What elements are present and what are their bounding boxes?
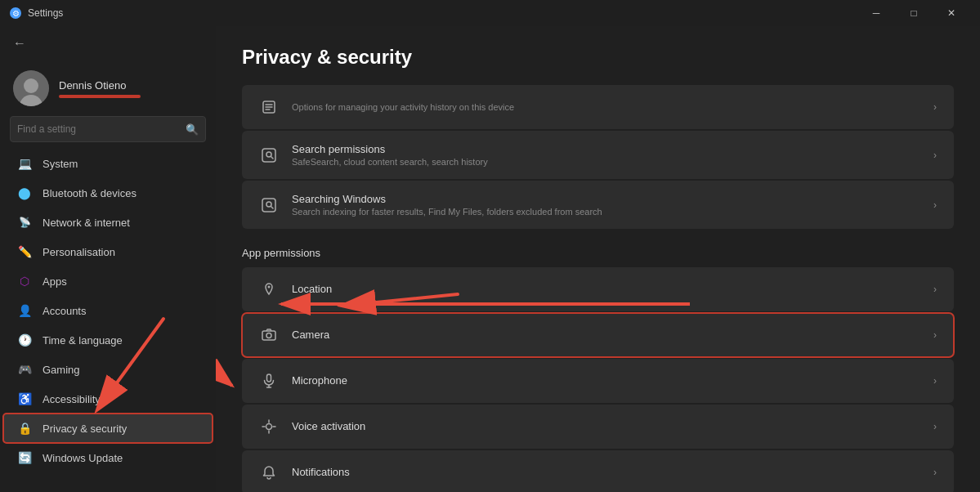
activity-content: Options for managing your activity histo… [292, 102, 920, 112]
nav-list: 💻 System ⬤ Bluetooth & devices 📡 Network… [0, 149, 216, 472]
profile-section: Dennis Otieno [0, 57, 216, 113]
microphone-icon [259, 371, 279, 391]
voice-activation-title: Voice activation [292, 420, 920, 432]
camera-arrow: › [933, 329, 937, 341]
search-box[interactable]: 🔍 [10, 116, 206, 142]
location-content: Location [292, 283, 920, 297]
accounts-icon: 👤 [16, 302, 33, 319]
close-button[interactable]: ✕ [933, 0, 970, 26]
sidebar-item-windows-update[interactable]: 🔄 Windows Update [3, 443, 213, 472]
personalisation-icon: ✏️ [16, 244, 33, 260]
camera-title: Camera [292, 329, 920, 341]
profile-info: Dennis Otieno [59, 79, 141, 98]
notifications-arrow: › [933, 467, 937, 478]
accessibility-icon: ♿ [16, 391, 33, 407]
personalisation-label: Personalisation [43, 246, 115, 258]
sidebar-item-accessibility[interactable]: ♿ Accessibility [3, 384, 213, 414]
settings-item-search-permissions[interactable]: Search permissions SafeSearch, cloud con… [242, 131, 954, 179]
searching-windows-arrow: › [933, 199, 937, 211]
camera-icon [259, 325, 279, 345]
search-permissions-content: Search permissions SafeSearch, cloud con… [292, 143, 920, 167]
apps-label: Apps [43, 275, 67, 288]
notifications-content: Notifications [292, 466, 920, 480]
search-input[interactable] [17, 123, 181, 135]
bluetooth-icon: ⬤ [16, 185, 33, 201]
accessibility-label: Accessibility [43, 393, 101, 405]
svg-rect-6 [262, 331, 275, 340]
title-bar-left: ⚙ Settings [10, 7, 63, 19]
window-controls: ─ □ ✕ [857, 0, 970, 26]
title-bar: ⚙ Settings ─ □ ✕ [0, 0, 980, 26]
system-icon: 💻 [16, 155, 33, 172]
back-button[interactable]: ← [10, 33, 29, 54]
minimize-button[interactable]: ─ [857, 0, 895, 26]
search-permissions-title: Search permissions [292, 143, 920, 155]
settings-item-microphone[interactable]: Microphone › [242, 359, 954, 403]
sidebar-item-system[interactable]: 💻 System [3, 149, 213, 178]
network-icon: 📡 [16, 214, 33, 230]
location-title: Location [292, 283, 920, 295]
sidebar-item-privacy[interactable]: 🔒 Privacy & security [3, 414, 213, 443]
settings-item-searching-windows[interactable]: Searching Windows Search indexing for fa… [242, 181, 954, 229]
search-container: 🔍 [0, 113, 216, 149]
settings-item-notifications[interactable]: Notifications › [242, 450, 954, 492]
voice-activation-icon [259, 417, 279, 436]
sidebar-item-gaming[interactable]: 🎮 Gaming [3, 355, 213, 384]
microphone-arrow: › [933, 375, 937, 387]
privacy-label: Privacy & security [43, 423, 127, 435]
activity-arrow: › [933, 101, 937, 113]
voice-activation-content: Voice activation [292, 420, 920, 434]
gaming-icon: 🎮 [16, 361, 33, 378]
settings-list: Options for managing your activity histo… [242, 85, 954, 492]
privacy-icon: 🔒 [16, 420, 33, 436]
activity-icon [259, 97, 279, 117]
microphone-title: Microphone [292, 374, 920, 387]
profile-name: Dennis Otieno [59, 79, 141, 92]
profile-bar [59, 95, 141, 98]
svg-rect-3 [262, 199, 275, 212]
searching-windows-desc: Search indexing for faster results, Find… [292, 207, 920, 217]
accounts-label: Accounts [43, 305, 86, 317]
sidebar-item-apps[interactable]: ⬡ Apps [3, 266, 213, 296]
activity-desc: Options for managing your activity histo… [292, 102, 920, 112]
sidebar-item-network[interactable]: 📡 Network & internet [3, 208, 213, 237]
location-icon [259, 280, 279, 299]
location-arrow: › [933, 284, 937, 295]
settings-item-location[interactable]: Location › [242, 267, 954, 311]
sidebar-item-accounts[interactable]: 👤 Accounts [3, 296, 213, 325]
page-title: Privacy & security [242, 46, 954, 69]
windows-update-icon: 🔄 [16, 450, 33, 466]
search-permissions-icon [259, 145, 279, 165]
app-permissions-label: App permissions [242, 247, 954, 259]
bluetooth-label: Bluetooth & devices [43, 187, 136, 199]
camera-content: Camera [292, 329, 920, 342]
settings-item-voice-activation[interactable]: Voice activation › [242, 405, 954, 449]
sidebar-item-bluetooth[interactable]: ⬤ Bluetooth & devices [3, 178, 213, 208]
sidebar-item-personalisation[interactable]: ✏️ Personalisation [3, 237, 213, 266]
svg-point-9 [266, 424, 272, 430]
windows-update-label: Windows Update [43, 452, 123, 464]
time-label: Time & language [43, 334, 123, 347]
notifications-title: Notifications [292, 466, 920, 478]
searching-windows-title: Searching Windows [292, 193, 920, 205]
searching-windows-content: Searching Windows Search indexing for fa… [292, 193, 920, 217]
settings-item-activity[interactable]: Options for managing your activity histo… [242, 85, 954, 129]
svg-rect-1 [262, 149, 275, 162]
settings-item-camera[interactable]: Camera › [242, 313, 954, 357]
svg-point-7 [266, 333, 271, 338]
main-content: Privacy & security Options for managing … [216, 26, 980, 492]
gaming-label: Gaming [43, 364, 80, 376]
window-title: Settings [28, 7, 63, 19]
microphone-content: Microphone [292, 374, 920, 388]
app-body: ← Dennis Otieno 🔍 💻 [0, 26, 980, 492]
notifications-icon [259, 463, 279, 482]
time-icon: 🕐 [16, 332, 33, 348]
voice-activation-arrow: › [933, 421, 937, 432]
sidebar-item-time[interactable]: 🕐 Time & language [3, 325, 213, 355]
maximize-button[interactable]: □ [895, 0, 933, 26]
svg-rect-8 [267, 374, 271, 382]
network-label: Network & internet [43, 217, 130, 229]
apps-icon: ⬡ [16, 273, 33, 289]
svg-point-5 [268, 286, 271, 288]
sidebar: ← Dennis Otieno 🔍 💻 [0, 26, 216, 492]
